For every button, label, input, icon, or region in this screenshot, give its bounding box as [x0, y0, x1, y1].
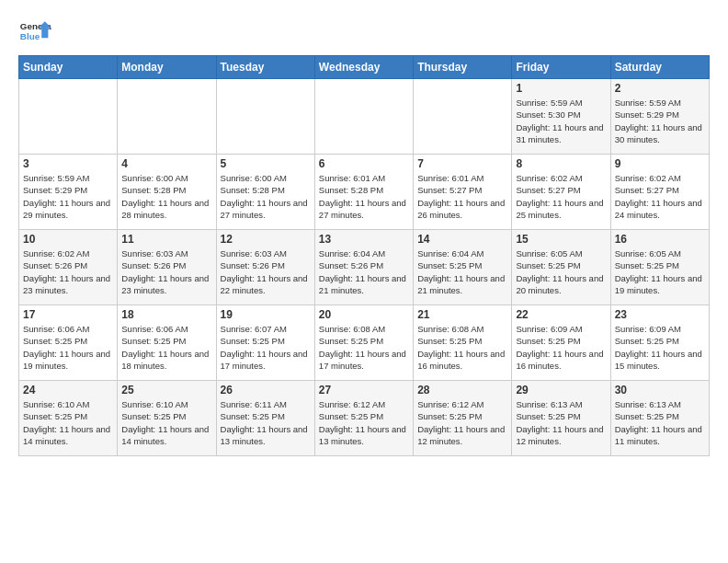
day-info: Sunrise: 6:04 AMSunset: 5:26 PMDaylight:…	[319, 247, 409, 296]
day-number: 25	[121, 384, 211, 396]
calendar-header-row: SundayMondayTuesdayWednesdayThursdayFrid…	[19, 56, 710, 79]
weekday-header-monday: Monday	[118, 56, 216, 79]
calendar-cell: 6Sunrise: 6:01 AMSunset: 5:28 PMDaylight…	[314, 155, 413, 230]
calendar-cell: 28Sunrise: 6:12 AMSunset: 5:25 PMDayligh…	[414, 381, 512, 456]
weekday-header-friday: Friday	[512, 56, 610, 79]
day-info: Sunrise: 6:07 AMSunset: 5:25 PMDaylight:…	[221, 323, 311, 372]
calendar-cell	[118, 79, 216, 155]
calendar-cell: 13Sunrise: 6:04 AMSunset: 5:26 PMDayligh…	[314, 230, 413, 305]
day-number: 29	[516, 384, 606, 396]
calendar-body: 1Sunrise: 5:59 AMSunset: 5:30 PMDaylight…	[19, 79, 710, 456]
day-number: 24	[23, 384, 113, 396]
day-info: Sunrise: 6:10 AMSunset: 5:25 PMDaylight:…	[23, 398, 113, 447]
day-info: Sunrise: 6:01 AMSunset: 5:28 PMDaylight:…	[319, 172, 409, 221]
day-info: Sunrise: 6:05 AMSunset: 5:25 PMDaylight:…	[615, 247, 705, 296]
day-info: Sunrise: 6:13 AMSunset: 5:25 PMDaylight:…	[615, 398, 705, 447]
day-number: 30	[615, 384, 705, 396]
day-number: 18	[121, 308, 211, 321]
logo-icon: General Blue	[18, 15, 51, 48]
calendar-cell: 18Sunrise: 6:06 AMSunset: 5:25 PMDayligh…	[118, 305, 216, 381]
weekday-header-thursday: Thursday	[414, 56, 512, 79]
day-number: 9	[615, 157, 705, 170]
day-number: 19	[221, 308, 311, 321]
weekday-header-tuesday: Tuesday	[216, 56, 314, 79]
calendar-cell: 15Sunrise: 6:05 AMSunset: 5:25 PMDayligh…	[512, 230, 610, 305]
weekday-header-sunday: Sunday	[19, 56, 118, 79]
svg-text:Blue: Blue	[20, 31, 40, 41]
calendar-cell: 27Sunrise: 6:12 AMSunset: 5:25 PMDayligh…	[314, 381, 413, 456]
calendar-cell: 24Sunrise: 6:10 AMSunset: 5:25 PMDayligh…	[19, 381, 118, 456]
day-info: Sunrise: 6:13 AMSunset: 5:25 PMDaylight:…	[516, 398, 606, 447]
day-number: 23	[615, 308, 705, 321]
calendar-cell: 7Sunrise: 6:01 AMSunset: 5:27 PMDaylight…	[414, 155, 512, 230]
day-info: Sunrise: 6:02 AMSunset: 5:26 PMDaylight:…	[23, 247, 113, 296]
calendar-cell: 10Sunrise: 6:02 AMSunset: 5:26 PMDayligh…	[19, 230, 118, 305]
calendar-week-1: 1Sunrise: 5:59 AMSunset: 5:30 PMDaylight…	[19, 79, 710, 155]
day-number: 7	[417, 157, 507, 170]
day-number: 8	[516, 157, 606, 170]
logo: General Blue	[18, 15, 51, 48]
day-number: 14	[417, 233, 507, 246]
day-number: 11	[121, 233, 211, 246]
day-info: Sunrise: 6:02 AMSunset: 5:27 PMDaylight:…	[615, 172, 705, 221]
day-info: Sunrise: 6:02 AMSunset: 5:27 PMDaylight:…	[516, 172, 606, 221]
day-info: Sunrise: 6:00 AMSunset: 5:28 PMDaylight:…	[121, 172, 211, 221]
day-number: 21	[417, 308, 507, 321]
calendar-cell: 12Sunrise: 6:03 AMSunset: 5:26 PMDayligh…	[216, 230, 314, 305]
day-info: Sunrise: 6:08 AMSunset: 5:25 PMDaylight:…	[417, 323, 507, 372]
day-info: Sunrise: 6:03 AMSunset: 5:26 PMDaylight:…	[121, 247, 211, 296]
calendar-cell	[19, 79, 118, 155]
calendar-cell: 22Sunrise: 6:09 AMSunset: 5:25 PMDayligh…	[512, 305, 610, 381]
day-info: Sunrise: 6:04 AMSunset: 5:25 PMDaylight:…	[417, 247, 507, 296]
calendar-week-5: 24Sunrise: 6:10 AMSunset: 5:25 PMDayligh…	[19, 381, 710, 456]
day-number: 3	[23, 157, 113, 170]
calendar-cell: 1Sunrise: 5:59 AMSunset: 5:30 PMDaylight…	[512, 79, 610, 155]
calendar-cell: 20Sunrise: 6:08 AMSunset: 5:25 PMDayligh…	[314, 305, 413, 381]
day-number: 28	[417, 384, 507, 396]
day-info: Sunrise: 6:09 AMSunset: 5:25 PMDaylight:…	[516, 323, 606, 372]
day-number: 15	[516, 233, 606, 246]
header: General Blue	[18, 15, 710, 48]
calendar-week-2: 3Sunrise: 5:59 AMSunset: 5:29 PMDaylight…	[19, 155, 710, 230]
calendar-cell	[314, 79, 413, 155]
calendar-cell: 5Sunrise: 6:00 AMSunset: 5:28 PMDaylight…	[216, 155, 314, 230]
day-number: 5	[221, 157, 311, 170]
day-info: Sunrise: 6:03 AMSunset: 5:26 PMDaylight:…	[221, 247, 311, 296]
day-info: Sunrise: 6:01 AMSunset: 5:27 PMDaylight:…	[417, 172, 507, 221]
calendar-cell	[216, 79, 314, 155]
day-number: 20	[319, 308, 409, 321]
day-number: 26	[221, 384, 311, 396]
calendar-cell: 2Sunrise: 5:59 AMSunset: 5:29 PMDaylight…	[610, 79, 709, 155]
calendar-cell: 9Sunrise: 6:02 AMSunset: 5:27 PMDaylight…	[610, 155, 709, 230]
day-number: 4	[121, 157, 211, 170]
calendar-cell: 4Sunrise: 6:00 AMSunset: 5:28 PMDaylight…	[118, 155, 216, 230]
calendar-cell: 19Sunrise: 6:07 AMSunset: 5:25 PMDayligh…	[216, 305, 314, 381]
calendar-cell: 25Sunrise: 6:10 AMSunset: 5:25 PMDayligh…	[118, 381, 216, 456]
calendar-cell: 30Sunrise: 6:13 AMSunset: 5:25 PMDayligh…	[610, 381, 709, 456]
day-number: 2	[615, 82, 705, 95]
calendar-week-4: 17Sunrise: 6:06 AMSunset: 5:25 PMDayligh…	[19, 305, 710, 381]
day-info: Sunrise: 5:59 AMSunset: 5:30 PMDaylight:…	[516, 97, 606, 145]
calendar-cell: 23Sunrise: 6:09 AMSunset: 5:25 PMDayligh…	[610, 305, 709, 381]
day-info: Sunrise: 6:06 AMSunset: 5:25 PMDaylight:…	[23, 323, 113, 372]
day-number: 12	[221, 233, 311, 246]
calendar-cell: 29Sunrise: 6:13 AMSunset: 5:25 PMDayligh…	[512, 381, 610, 456]
day-number: 16	[615, 233, 705, 246]
day-number: 13	[319, 233, 409, 246]
day-info: Sunrise: 6:11 AMSunset: 5:25 PMDaylight:…	[221, 398, 311, 447]
day-info: Sunrise: 6:12 AMSunset: 5:25 PMDaylight:…	[319, 398, 409, 447]
day-info: Sunrise: 6:00 AMSunset: 5:28 PMDaylight:…	[221, 172, 311, 221]
day-info: Sunrise: 5:59 AMSunset: 5:29 PMDaylight:…	[23, 172, 113, 221]
calendar-cell: 16Sunrise: 6:05 AMSunset: 5:25 PMDayligh…	[610, 230, 709, 305]
weekday-header-wednesday: Wednesday	[314, 56, 413, 79]
day-number: 1	[516, 82, 606, 95]
calendar-cell: 21Sunrise: 6:08 AMSunset: 5:25 PMDayligh…	[414, 305, 512, 381]
day-number: 27	[319, 384, 409, 396]
day-info: Sunrise: 6:09 AMSunset: 5:25 PMDaylight:…	[615, 323, 705, 372]
day-info: Sunrise: 6:06 AMSunset: 5:25 PMDaylight:…	[121, 323, 211, 372]
day-info: Sunrise: 6:05 AMSunset: 5:25 PMDaylight:…	[516, 247, 606, 296]
calendar-cell: 8Sunrise: 6:02 AMSunset: 5:27 PMDaylight…	[512, 155, 610, 230]
day-info: Sunrise: 6:10 AMSunset: 5:25 PMDaylight:…	[121, 398, 211, 447]
day-number: 17	[23, 308, 113, 321]
calendar-cell: 14Sunrise: 6:04 AMSunset: 5:25 PMDayligh…	[414, 230, 512, 305]
